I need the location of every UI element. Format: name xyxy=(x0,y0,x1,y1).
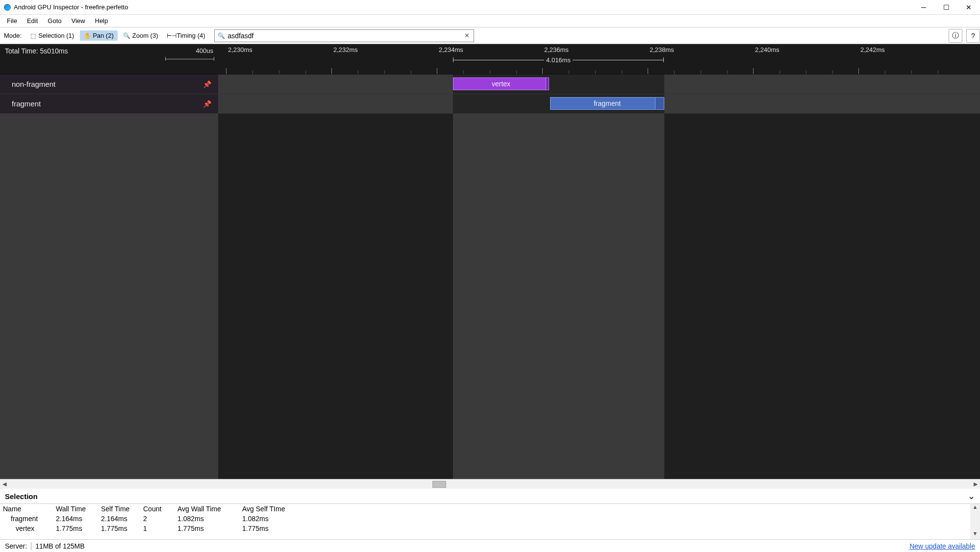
range-label: 4.016ms xyxy=(544,56,573,64)
row-0-avgself: 1.082ms xyxy=(239,514,304,524)
scroll-thumb[interactable] xyxy=(432,481,446,488)
track-row-fragment: fragment 📌 fragment xyxy=(0,94,980,114)
track-body-fragment[interactable]: fragment xyxy=(218,94,980,113)
scroll-right-icon[interactable]: ▶ xyxy=(971,481,980,487)
menu-help[interactable]: Help xyxy=(90,16,113,25)
search-box: 🔍 ✕ xyxy=(214,29,474,42)
ruler-ticks xyxy=(218,63,980,74)
track-row-nonfragment: non-fragment 📌 vertex xyxy=(0,75,980,94)
row-1-self: 1.775ms xyxy=(98,524,140,533)
help-icon: ? xyxy=(971,32,975,40)
timeline-empty-area[interactable] xyxy=(0,114,980,479)
mode-pan-label: Pan (2) xyxy=(93,32,114,39)
col-avg-wall[interactable]: Avg Wall Time xyxy=(175,504,239,514)
selection-panel-header: Selection ⌄ xyxy=(0,489,980,504)
row-1-avgwall: 1.775ms xyxy=(175,524,239,533)
statusbar: Server: 11MB of 125MB New update availab… xyxy=(0,539,980,552)
selection-table: Name Wall Time Self Time Count Avg Wall … xyxy=(0,504,980,533)
col-count[interactable]: Count xyxy=(140,504,175,514)
search-clear-icon[interactable]: ✕ xyxy=(460,32,474,39)
zoom-icon: 🔍 xyxy=(124,32,130,39)
menubar: File Edit Goto View Help xyxy=(0,15,980,27)
row-0-count: 2 xyxy=(140,514,175,524)
ruler-tick-0: 2,230ms xyxy=(228,46,252,53)
selection-icon: ⬚ xyxy=(29,32,36,39)
slice-fragment[interactable]: fragment xyxy=(550,97,664,110)
search-icon: 🔍 xyxy=(215,32,228,39)
mode-timing[interactable]: ⊢⊣ Timing (4) xyxy=(164,30,209,41)
chevron-down-icon[interactable]: ⌄ xyxy=(968,491,975,502)
menu-view[interactable]: View xyxy=(67,16,90,25)
status-sep xyxy=(31,542,31,550)
row-1-wall: 1.775ms xyxy=(53,524,98,533)
track-name-nonfragment: non-fragment xyxy=(12,80,55,88)
toolbar: Mode: ⬚ Selection (1) ✋ Pan (2) 🔍 Zoom (… xyxy=(0,27,980,44)
info-icon: ⓘ xyxy=(952,31,959,40)
track-label-nonfragment[interactable]: non-fragment 📌 xyxy=(0,75,218,94)
row-1-name[interactable]: vertex xyxy=(0,524,53,533)
slice-vertex[interactable]: vertex xyxy=(453,77,549,90)
scale-bracket xyxy=(165,57,214,61)
close-button[interactable]: ✕ xyxy=(957,0,980,15)
scroll-up-icon[interactable]: ▲ xyxy=(970,504,980,513)
row-0-self: 2.164ms xyxy=(98,514,140,524)
menu-edit[interactable]: Edit xyxy=(22,16,43,25)
timeline-panel: Total Time: 5s010ms 400us 2,230ms 2,232m… xyxy=(0,44,980,479)
scroll-track[interactable] xyxy=(9,480,971,488)
pan-icon: ✋ xyxy=(84,32,91,39)
timeline-left-header: Total Time: 5s010ms 400us xyxy=(0,44,218,74)
mode-label: Mode: xyxy=(4,32,22,39)
minimize-button[interactable]: ─ xyxy=(912,0,935,15)
scale-label: 400us xyxy=(196,47,213,54)
col-self-time[interactable]: Self Time xyxy=(98,504,140,514)
window-title: Android GPU Inspector - freefire.perfett… xyxy=(14,3,912,11)
track-body-nonfragment[interactable]: vertex xyxy=(218,75,980,94)
pin-icon[interactable]: 📌 xyxy=(203,80,211,88)
ruler-tick-2: 2,234ms xyxy=(439,46,463,53)
timeline-hscrollbar[interactable]: ◀ ▶ xyxy=(0,479,980,489)
selection-title: Selection xyxy=(5,492,38,501)
scroll-down-icon[interactable]: ▼ xyxy=(970,530,980,539)
server-memory: 11MB of 125MB xyxy=(35,542,84,550)
timing-icon: ⊢⊣ xyxy=(168,32,175,39)
row-1-avgself: 1.775ms xyxy=(239,524,304,533)
ruler-tick-3: 2,236ms xyxy=(544,46,569,53)
mode-selection-label: Selection (1) xyxy=(38,32,74,39)
slice-vertex-label: vertex xyxy=(492,80,510,88)
menu-file[interactable]: File xyxy=(2,16,22,25)
ruler-tick-5: 2,240ms xyxy=(755,46,779,53)
help-button[interactable]: ? xyxy=(966,29,980,43)
mode-timing-label: Timing (4) xyxy=(177,32,205,39)
timeline-header: Total Time: 5s010ms 400us 2,230ms 2,232m… xyxy=(0,44,980,75)
update-link[interactable]: New update available xyxy=(909,542,975,550)
mode-pan[interactable]: ✋ Pan (2) xyxy=(80,30,118,41)
col-avg-self[interactable]: Avg Self TIme xyxy=(239,504,304,514)
mode-selection[interactable]: ⬚ Selection (1) xyxy=(25,30,78,41)
slice-handle xyxy=(655,98,664,109)
track-name-fragment: fragment xyxy=(12,100,41,108)
timeline-ruler[interactable]: 2,230ms 2,232ms 2,234ms 2,236ms 2,238ms … xyxy=(218,44,980,74)
col-wall-time[interactable]: Wall Time xyxy=(53,504,98,514)
pin-icon[interactable]: 📌 xyxy=(203,100,211,108)
slice-handle xyxy=(546,78,549,90)
scroll-left-icon[interactable]: ◀ xyxy=(0,481,9,487)
info-button[interactable]: ⓘ xyxy=(949,29,962,43)
col-spacer xyxy=(304,504,980,514)
menu-goto[interactable]: Goto xyxy=(43,16,66,25)
maximize-button[interactable]: ☐ xyxy=(935,0,957,15)
row-1-count: 1 xyxy=(140,524,175,533)
ruler-tick-4: 2,238ms xyxy=(650,46,674,53)
selection-table-wrap: Name Wall Time Self Time Count Avg Wall … xyxy=(0,504,980,539)
track-label-fragment[interactable]: fragment 📌 xyxy=(0,94,218,113)
row-0-avgwall: 1.082ms xyxy=(175,514,239,524)
search-input[interactable] xyxy=(228,30,460,42)
col-name[interactable]: Name xyxy=(0,504,53,514)
selection-vscrollbar[interactable]: ▲ ▼ xyxy=(970,504,980,539)
mode-zoom-label: Zoom (3) xyxy=(132,32,158,39)
app-icon xyxy=(4,4,11,11)
row-0-wall: 2.164ms xyxy=(53,514,98,524)
row-0-name[interactable]: fragment xyxy=(0,514,53,524)
slice-fragment-label: fragment xyxy=(594,100,621,107)
server-label: Server: xyxy=(5,542,27,550)
mode-zoom[interactable]: 🔍 Zoom (3) xyxy=(120,30,162,41)
